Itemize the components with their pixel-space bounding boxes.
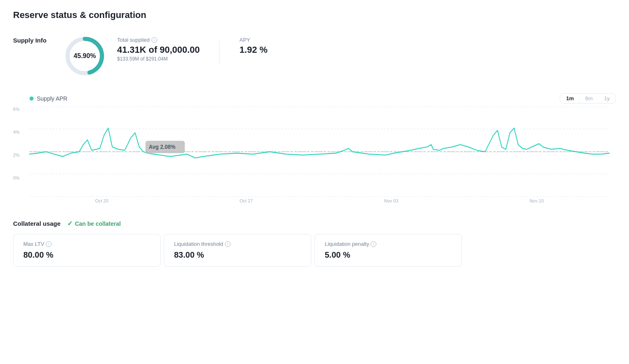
legend-dot: [29, 97, 34, 101]
liquidation-threshold-card: Liquidation threshold i 83.00 %: [164, 234, 311, 267]
y-label-6: 6%: [13, 107, 20, 112]
apy-value: 1.92 %: [240, 45, 268, 55]
max-ltv-value: 80.00 %: [23, 250, 150, 260]
chart-x-labels: Oct 20 Oct 27 Nov 03 Nov 10: [13, 198, 616, 203]
collateral-header: Collateral usage ✓ Can be collateral: [13, 220, 616, 227]
chart-y-labels: 6% 4% 2% 0%: [13, 107, 20, 180]
total-supplied-info-icon[interactable]: i: [152, 37, 157, 43]
chart-section: Supply APR 1m 6m 1y 6% 4% 2% 0%: [13, 93, 616, 203]
max-ltv-label: Max LTV i: [23, 241, 150, 247]
y-label-2: 2%: [13, 153, 20, 157]
liquidation-penalty-info-icon[interactable]: i: [371, 241, 376, 247]
liquidation-penalty-card: Liquidation penalty i 5.00 %: [314, 234, 462, 267]
avg-tooltip-group: Avg 2.08%: [145, 141, 185, 153]
total-supplied-label: Total supplied i: [117, 37, 200, 43]
check-icon: ✓: [67, 220, 72, 227]
can-collateral-text: Can be collateral: [75, 220, 121, 227]
chart-header: Supply APR 1m 6m 1y: [13, 93, 616, 103]
collateral-section: Collateral usage ✓ Can be collateral Max…: [13, 220, 616, 267]
time-btn-1m[interactable]: 1m: [560, 94, 579, 103]
apy-block: APY 1.92 %: [240, 37, 268, 55]
time-period-selector: 1m 6m 1y: [560, 93, 616, 103]
supply-info-label: Supply Info: [13, 34, 62, 44]
total-supplied-value: 41.31K of 90,000.00: [117, 45, 200, 55]
max-ltv-card: Max LTV i 80.00 %: [13, 234, 161, 267]
y-label-0: 0%: [13, 175, 20, 180]
time-btn-6m[interactable]: 6m: [579, 94, 598, 103]
x-label-oct27: Oct 27: [240, 198, 253, 203]
x-label-nov10: Nov 10: [529, 198, 544, 203]
chart-legend: Supply APR: [29, 95, 68, 102]
collateral-cards: Max LTV i 80.00 % Liquidation threshold …: [13, 234, 616, 267]
svg-text:Avg 2.08%: Avg 2.08%: [149, 143, 176, 150]
apy-label: APY: [240, 37, 268, 43]
can-collateral-badge: ✓ Can be collateral: [67, 220, 121, 227]
metric-divider: [219, 40, 220, 65]
total-supplied-usd: $133.59M of $291.04M: [117, 56, 200, 62]
chart-legend-label: Supply APR: [37, 95, 68, 102]
x-label-oct20: Oct 20: [95, 198, 108, 203]
liquidation-threshold-label: Liquidation threshold i: [174, 241, 301, 247]
liquidation-penalty-label: Liquidation penalty i: [325, 241, 452, 247]
chart-area: 6% 4% 2% 0% Avg 2.08%: [13, 107, 616, 197]
max-ltv-info-icon[interactable]: i: [46, 241, 52, 247]
collateral-label: Collateral usage: [13, 220, 61, 227]
liquidation-penalty-value: 5.00 %: [325, 250, 452, 260]
page-title: Reserve status & configuration: [13, 10, 616, 20]
liquidation-threshold-value: 83.00 %: [174, 250, 301, 260]
x-label-nov03: Nov 03: [384, 198, 398, 203]
liquidation-threshold-info-icon[interactable]: i: [225, 241, 231, 247]
y-label-4: 4%: [13, 130, 20, 135]
supply-info-section: Supply Info 45.90% Total supplied i 41.3…: [13, 34, 616, 79]
total-supplied-block: Total supplied i 41.31K of 90,000.00 $13…: [117, 37, 200, 62]
supply-metrics: Total supplied i 41.31K of 90,000.00 $13…: [117, 34, 267, 65]
time-btn-1y[interactable]: 1y: [598, 94, 615, 103]
donut-chart: 45.90%: [62, 34, 107, 79]
chart-svg: Avg 2.08%: [29, 107, 609, 197]
donut-percent: 45.90%: [74, 52, 96, 60]
